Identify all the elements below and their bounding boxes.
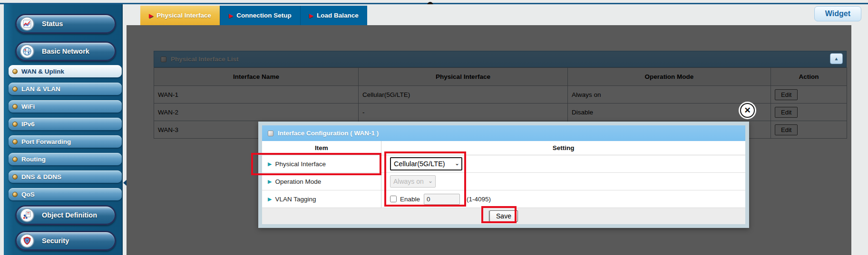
page: Status Basic Network WAN & Uplink LAN & … [0,0,868,255]
modal-square-icon [268,131,273,136]
setting-column-header: Setting [381,141,745,155]
sidebar-item-routing[interactable]: Routing [9,153,122,165]
sidebar-item-label: Object Definition [42,211,97,219]
shield-icon [20,234,34,248]
item-arrow-icon: ▶ [268,196,272,202]
sidebar-item-object-definition[interactable]: Object Definition [15,205,116,225]
sidebar-item-label: Routing [21,156,46,163]
red-arrow-icon: ▶ [229,12,233,19]
globe-icon [20,44,34,58]
save-button[interactable]: Save [489,210,518,222]
bullet-icon [12,69,18,74]
sidebar-item-label: WAN & Uplink [21,68,64,75]
sidebar-item-wan-uplink[interactable]: WAN & Uplink [9,65,122,77]
interface-configuration-modal: Interface Configuration ( WAN-1 ) Item S… [258,122,749,228]
item-column-header: Item [262,141,381,155]
sidebar-item-label: Port Forwarding [21,138,71,145]
physical-interface-row: ▶ Physical Interface Cellular(5G/LTE) ⌄ [262,155,745,173]
sidebar-item-label: Basic Network [42,47,89,55]
sidebar-item-label: LAN & VLAN [21,85,60,93]
sidebar-item-label: QoS [21,191,35,198]
sidebar-item-status[interactable]: Status [15,14,116,34]
vlan-id-input[interactable] [424,194,460,205]
operation-mode-select[interactable]: Always on [390,175,436,188]
item-cell: ▶ Physical Interface [262,155,381,172]
modal-column-headers: Item Setting [262,141,745,155]
red-arrow-icon: ▶ [309,12,313,19]
modal-footer: Save [262,208,745,224]
vlan-enable-checkbox[interactable] [390,196,397,202]
tab-label: Load Balance [317,12,359,19]
tab-load-balance[interactable]: ▶ Load Balance [300,6,367,25]
close-icon[interactable]: ✕ [740,103,755,118]
bullet-icon [12,192,18,197]
sidebar-item-qos[interactable]: QoS [9,188,122,200]
sidebar-item-label: DNS & DDNS [21,173,61,180]
setting-cell: Enable (1-4095) [381,190,745,208]
sidebar-item-wifi[interactable]: WiFi [9,100,122,113]
sidebar-item-lan-vlan[interactable]: LAN & VLAN [9,83,122,95]
sidebar-item-dns-ddns[interactable]: DNS & DDNS [9,170,122,183]
bullet-icon [12,157,18,162]
tab-label: Physical Interface [156,12,211,19]
vlan-enable-label: Enable [400,196,420,203]
vlan-tagging-row: ▶ VLAN Tagging Enable (1-4095) [262,190,745,208]
tab-label: Connection Setup [236,12,292,19]
item-arrow-icon: ▶ [268,161,272,167]
red-arrow-icon: ▶ [149,12,153,19]
operation-mode-row: ▶ Operation Mode Always on ⌄ [262,173,745,190]
widget-button[interactable]: Widget [814,6,861,21]
item-label: VLAN Tagging [275,196,316,203]
physical-interface-select[interactable]: Cellular(5G/LTE) [390,157,462,170]
object-definition-icon [20,208,34,222]
sidebar-item-label: IPv6 [21,121,35,128]
vlan-range-hint: (1-4095) [467,196,491,203]
sidebar-item-ipv6[interactable]: IPv6 [9,118,122,130]
tab-connection-setup[interactable]: ▶ Connection Setup [220,6,300,25]
sidebar-item-basic-network[interactable]: Basic Network [15,41,116,61]
bullet-icon [12,122,18,127]
top-tab-bar: ▶ Physical Interface ▶ Connection Setup … [127,4,868,25]
setting-cell: Cellular(5G/LTE) ⌄ [381,155,745,172]
bullet-icon [12,104,18,109]
sidebar-item-label: Security [42,237,69,245]
setting-cell: Always on ⌄ [381,173,745,190]
item-label: Operation Mode [275,178,321,185]
status-chart-icon [20,17,34,31]
bullet-icon [12,174,18,179]
modal-header: Interface Configuration ( WAN-1 ) [262,125,745,141]
modal-title: Interface Configuration ( WAN-1 ) [278,130,379,137]
page-right-margin [851,25,868,255]
tab-physical-interface[interactable]: ▶ Physical Interface [140,6,220,25]
bullet-icon [12,139,18,144]
sidebar-item-label: Status [42,20,63,28]
sidebar-item-security[interactable]: Security [15,231,116,251]
sidebar-item-label: WiFi [21,103,35,110]
item-arrow-icon: ▶ [268,179,272,185]
panel-collapse-button[interactable]: ▲ [830,53,843,64]
item-cell: ▶ VLAN Tagging [262,190,381,208]
item-label: Physical Interface [275,161,326,168]
sidebar-item-port-forwarding[interactable]: Port Forwarding [9,135,122,148]
sidebar: Status Basic Network WAN & Uplink LAN & … [4,4,123,255]
item-cell: ▶ Operation Mode [262,173,381,190]
tab-strip: ▶ Physical Interface ▶ Connection Setup … [140,6,367,25]
bullet-icon [12,86,18,92]
